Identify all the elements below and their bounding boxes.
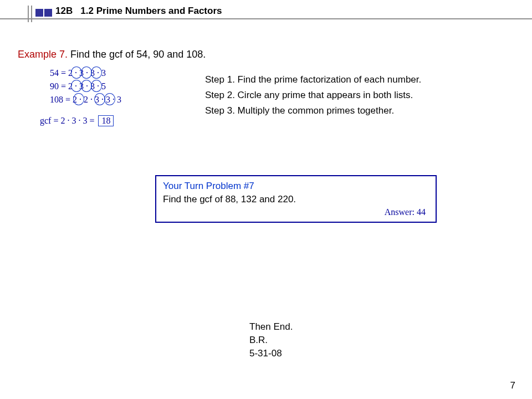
fact-term: 3 xyxy=(90,68,95,78)
header-title: 12B 1.2 Prime Numbers and Factors xyxy=(55,6,222,17)
your-turn-box: Your Turn Problem #7 Find the gcf of 88,… xyxy=(155,175,437,223)
steps-list: Step 1. Find the prime factorization of … xyxy=(205,72,421,119)
header-rule xyxy=(0,18,532,19)
slide-header: 12B 1.2 Prime Numbers and Factors xyxy=(0,0,532,23)
header-divider xyxy=(28,6,29,22)
your-turn-problem: Find the gcf of 88, 132 and 220. xyxy=(163,194,429,205)
step-item: Step 2. Circle any prime that appears in… xyxy=(205,88,421,103)
fact-term: 2 xyxy=(84,95,88,104)
example-label: Example 7. xyxy=(18,49,68,60)
fact-term: 5 xyxy=(101,81,106,91)
fact-term: 3 xyxy=(117,95,121,104)
factorization-row: 108 = 2 · 2 · 3 · 3 · 3 xyxy=(50,93,121,106)
factorization-block: 54 = 2 · 3 · 3 · 3 90 = 2 · 3 · 3 · 5 10… xyxy=(50,66,121,106)
example-text: Find the gcf of 54, 90 and 108. xyxy=(70,49,206,60)
fact-term: 3 xyxy=(95,95,99,104)
page-number: 7 xyxy=(510,380,515,391)
gcf-expression: gcf = 2 · 3 · 3 = xyxy=(40,116,94,125)
fact-term: 3 xyxy=(90,81,95,91)
factorization-row: 90 = 2 · 3 · 3 · 5 xyxy=(50,80,121,93)
section-title: 1.2 Prime Numbers and Factors xyxy=(80,6,222,16)
fact-lhs: 108 = xyxy=(50,95,70,104)
course-code: 12B xyxy=(55,6,73,16)
fact-term: 2 xyxy=(68,81,73,91)
step-item: Step 3. Multiply the common primes toget… xyxy=(205,103,421,119)
header-bullet-icon xyxy=(35,9,43,17)
end-note: Then End. B.R. 5-31-08 xyxy=(249,320,293,360)
fact-lhs: 54 = xyxy=(50,68,66,78)
fact-term: 3 xyxy=(79,81,84,91)
fact-term: 3 xyxy=(101,68,106,78)
end-line: Then End. xyxy=(249,320,293,334)
fact-term: 2 xyxy=(68,68,73,78)
fact-term: 3 xyxy=(106,95,110,104)
end-line: 5-31-08 xyxy=(249,347,293,360)
gcf-answer: 18 xyxy=(98,115,114,126)
fact-term: 3 xyxy=(79,68,84,78)
step-item: Step 1. Find the prime factorization of … xyxy=(205,72,421,88)
your-turn-title: Your Turn Problem #7 xyxy=(163,181,429,192)
header-divider xyxy=(31,6,32,22)
factorization-row: 54 = 2 · 3 · 3 · 3 xyxy=(50,66,121,80)
gcf-result: gcf = 2 · 3 · 3 = 18 xyxy=(40,115,114,126)
your-turn-answer: Answer: 44 xyxy=(385,207,426,217)
fact-term: 2 xyxy=(73,95,77,104)
end-line: B.R. xyxy=(249,334,293,347)
example-prompt: Example 7. Find the gcf of 54, 90 and 10… xyxy=(18,49,206,60)
fact-lhs: 90 = xyxy=(50,81,66,91)
header-bullet-icon xyxy=(44,9,52,17)
